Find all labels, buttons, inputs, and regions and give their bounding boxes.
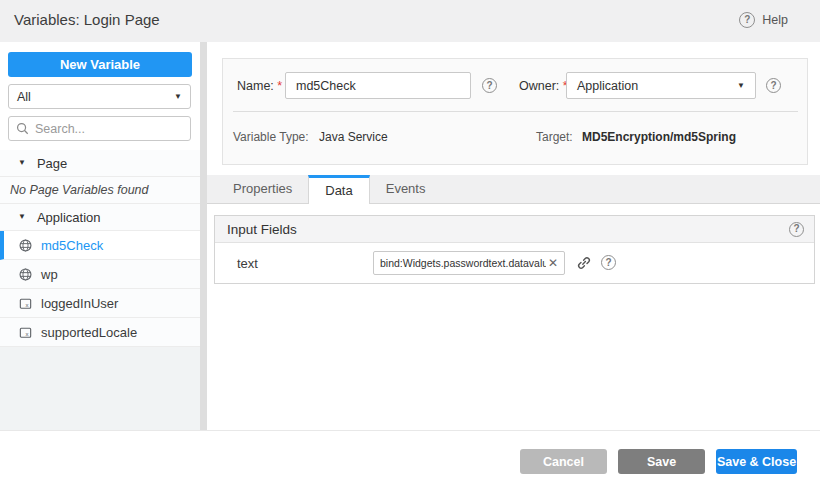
name-input[interactable] bbox=[285, 72, 471, 99]
tree-item-loggedinuser[interactable]: x loggedInUser bbox=[0, 289, 200, 318]
static-variable-icon: x bbox=[18, 296, 33, 311]
owner-select-value: Application bbox=[577, 79, 638, 93]
input-fields-header: Input Fields ? bbox=[215, 216, 814, 243]
tree-item-supportedlocale[interactable]: x supportedLocale bbox=[0, 318, 200, 347]
target-value: MD5Encryption/md5Spring bbox=[582, 130, 736, 144]
name-label: Name: * bbox=[237, 79, 282, 93]
target-label: Target: bbox=[536, 130, 573, 144]
variables-sidebar: New Variable All ▼ ▼ Page No Page Variab… bbox=[0, 42, 200, 430]
collapse-triangle-icon: ▼ bbox=[18, 159, 26, 167]
tree-item-label: wp bbox=[41, 267, 58, 282]
tree-item-wp[interactable]: wp bbox=[0, 260, 200, 289]
svg-text:x: x bbox=[26, 329, 29, 336]
tab-properties[interactable]: Properties bbox=[217, 175, 308, 203]
bind-expression-input[interactable] bbox=[380, 257, 546, 269]
tree-item-md5check[interactable]: md5Check bbox=[0, 231, 200, 260]
variables-dialog: Variables: Login Page ? Help New Variabl… bbox=[0, 0, 820, 488]
search-icon bbox=[16, 122, 29, 135]
tab-data[interactable]: Data bbox=[308, 175, 369, 204]
variable-type-value: Java Service bbox=[319, 130, 388, 144]
input-fields-panel: Input Fields ? text ✕ ? bbox=[214, 215, 815, 284]
owner-help-icon[interactable]: ? bbox=[766, 78, 781, 93]
owner-label: Owner: * bbox=[519, 79, 568, 93]
page-title: Variables: Login Page bbox=[14, 11, 160, 28]
cancel-button[interactable]: Cancel bbox=[520, 449, 607, 474]
variables-tree: ▼ Page No Page Variables found ▼ Applica… bbox=[0, 150, 200, 432]
new-variable-button[interactable]: New Variable bbox=[8, 52, 192, 77]
svg-text:x: x bbox=[26, 300, 29, 307]
tree-group-page-label: Page bbox=[37, 156, 67, 171]
sidebar-divider bbox=[200, 42, 207, 430]
help-icon: ? bbox=[739, 12, 755, 28]
variable-type-label: Variable Type: bbox=[233, 130, 309, 144]
save-button[interactable]: Save bbox=[618, 449, 705, 474]
panel-separator bbox=[233, 111, 798, 112]
bind-link-icon[interactable] bbox=[576, 255, 592, 271]
input-fields-help-icon[interactable]: ? bbox=[789, 222, 804, 237]
variable-filter-select[interactable]: All ▼ bbox=[8, 84, 191, 109]
dialog-header: Variables: Login Page ? Help bbox=[0, 0, 820, 42]
static-variable-icon: x bbox=[18, 325, 33, 340]
page-variables-empty-text: No Page Variables found bbox=[0, 177, 200, 204]
variable-summary-panel: Name: * ? Owner: * Application ▼ ? Varia… bbox=[222, 58, 808, 165]
dialog-footer: Cancel Save Save & Close bbox=[0, 431, 820, 488]
tree-empty-space bbox=[0, 347, 200, 432]
tree-group-page[interactable]: ▼ Page bbox=[0, 150, 200, 177]
tree-group-application-label: Application bbox=[37, 210, 101, 225]
input-fields-title: Input Fields bbox=[227, 222, 297, 237]
input-field-row: text ✕ ? bbox=[215, 243, 814, 284]
tab-events[interactable]: Events bbox=[370, 175, 442, 203]
variable-filter-value: All bbox=[17, 90, 31, 104]
required-asterisk: * bbox=[277, 79, 282, 93]
help-label: Help bbox=[762, 13, 788, 27]
help-button[interactable]: ? Help bbox=[739, 12, 788, 28]
collapse-triangle-icon: ▼ bbox=[18, 213, 26, 221]
name-help-icon[interactable]: ? bbox=[482, 78, 497, 93]
chevron-down-icon: ▼ bbox=[174, 93, 182, 101]
tree-group-application[interactable]: ▼ Application bbox=[0, 204, 200, 231]
service-variable-icon bbox=[18, 238, 33, 253]
tree-item-label: supportedLocale bbox=[41, 325, 137, 340]
field-name-label: text bbox=[237, 256, 258, 271]
save-and-close-button[interactable]: Save & Close bbox=[716, 449, 797, 474]
tree-item-label: loggedInUser bbox=[41, 296, 118, 311]
variable-detail-pane: Name: * ? Owner: * Application ▼ ? Varia… bbox=[207, 42, 820, 430]
chevron-down-icon: ▼ bbox=[737, 82, 745, 90]
detail-tabbar: Properties Data Events bbox=[207, 175, 820, 204]
search-box[interactable] bbox=[8, 116, 191, 141]
field-help-icon[interactable]: ? bbox=[601, 255, 616, 270]
owner-select[interactable]: Application ▼ bbox=[566, 72, 756, 99]
search-input[interactable] bbox=[35, 122, 183, 136]
tree-item-label: md5Check bbox=[41, 238, 103, 253]
bind-expression-input-wrap: ✕ bbox=[373, 251, 565, 275]
clear-icon[interactable]: ✕ bbox=[546, 257, 560, 269]
service-variable-icon bbox=[18, 267, 33, 282]
